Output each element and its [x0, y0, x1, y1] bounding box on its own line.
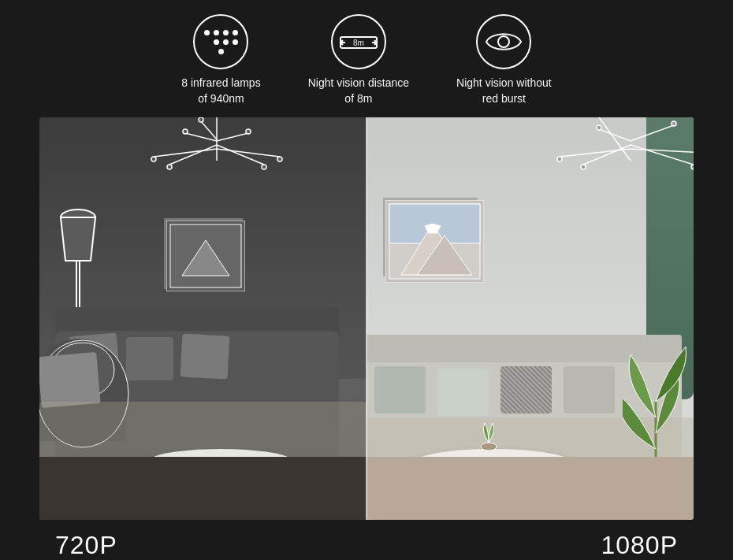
svg-line-32	[631, 149, 694, 153]
svg-point-19	[199, 117, 203, 122]
svg-point-14	[262, 165, 266, 169]
eye-icon-circle	[476, 14, 531, 69]
svg-point-18	[246, 129, 251, 134]
svg-line-31	[560, 149, 631, 157]
comparison-image	[39, 117, 694, 520]
svg-point-36	[691, 165, 694, 169]
sputnik-light-right	[552, 117, 694, 204]
resolution-labels: 720P 1080P	[39, 520, 694, 560]
distance-icon-circle: 8m	[331, 14, 386, 69]
feature-bar: 8 infrared lamps of 940nm 8m Night visio…	[0, 0, 733, 117]
pillow-color-1	[374, 366, 426, 414]
pillow-color-2	[437, 369, 489, 416]
svg-line-34	[631, 125, 674, 141]
svg-point-15	[151, 157, 156, 161]
feature-infrared-lamps: 8 infrared lamps of 940nm	[181, 14, 260, 106]
artwork-right	[383, 198, 478, 276]
svg-line-29	[583, 145, 631, 165]
svg-line-12	[201, 121, 217, 139]
night-vision-distance-label: Night vision distance of 8m	[308, 76, 409, 106]
resolution-left: 720P	[55, 531, 117, 560]
svg-line-11	[217, 133, 248, 141]
svg-point-49	[481, 443, 497, 451]
comparison-divider	[366, 117, 367, 520]
svg-point-39	[597, 125, 601, 130]
svg-point-16	[277, 157, 282, 161]
resolution-right: 1080P	[601, 531, 678, 560]
infrared-dots-icon	[203, 30, 238, 54]
svg-point-37	[557, 157, 562, 161]
svg-text:8m: 8m	[353, 39, 364, 47]
svg-point-4	[498, 36, 509, 47]
pillow-color-3	[500, 366, 552, 414]
right-panel-color	[366, 117, 694, 520]
infrared-icon-circle	[193, 14, 248, 69]
feature-night-vision-distance: 8m Night vision distance of 8m	[308, 14, 409, 106]
svg-point-40	[672, 121, 676, 126]
left-panel-nightvision	[39, 117, 366, 520]
svg-line-8	[154, 149, 217, 157]
svg-line-30	[631, 145, 694, 165]
svg-line-9	[217, 149, 280, 157]
night-vision-no-burst-label: Night vision without red burst	[456, 76, 552, 106]
svg-point-17	[183, 129, 188, 134]
floor-left	[39, 457, 366, 520]
svg-line-6	[169, 145, 217, 165]
infrared-label: 8 infrared lamps of 940nm	[181, 76, 260, 106]
floor-right	[366, 457, 694, 520]
table-plant-right	[477, 419, 500, 451]
chair-pillow-left	[39, 352, 101, 408]
svg-line-7	[217, 145, 264, 165]
pillow-bw-3	[180, 333, 230, 379]
artwork-left	[164, 218, 243, 289]
svg-point-35	[581, 165, 586, 169]
feature-night-vision-no-burst: Night vision without red burst	[456, 14, 552, 106]
pillow-color-4	[564, 366, 615, 414]
svg-point-13	[167, 165, 172, 169]
sputnik-light-left	[138, 117, 296, 204]
